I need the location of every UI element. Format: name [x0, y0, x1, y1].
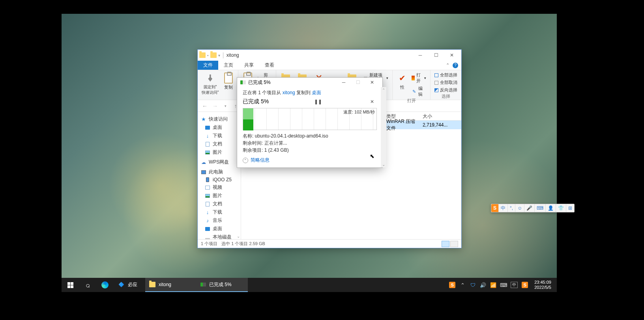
back-button[interactable]: ← [201, 102, 209, 110]
nav-downloads[interactable]: ↓下载 [198, 132, 241, 140]
cursor-icon: ⬉ [370, 153, 374, 159]
nav-this-pc[interactable]: 此电脑 [198, 168, 241, 176]
ime-skin-icon[interactable]: 👕 [556, 204, 566, 212]
ime-voice-icon[interactable]: 🎤 [524, 204, 535, 212]
pin-button[interactable]: 固定到" 快速访问" [201, 72, 220, 96]
cancel-button[interactable]: ✕ [367, 98, 377, 106]
item-count: 1 个项目 [201, 241, 217, 247]
tab-home[interactable]: 主页 [218, 61, 239, 70]
wifi-icon[interactable]: 📶 [490, 282, 496, 288]
dest-link[interactable]: 桌面 [312, 90, 321, 95]
edit-button[interactable]: ✎编辑 [411, 85, 427, 98]
close-button[interactable]: ✕ [365, 78, 379, 87]
select-invert-button[interactable]: 反向选择 [434, 87, 458, 93]
close-button[interactable]: ✕ [444, 50, 460, 61]
copy-details: 名称: ubuntu-20.04.1-desktop-amd64.iso 剩余时… [243, 132, 377, 154]
ime-emoji-icon[interactable]: ☺ [515, 204, 524, 212]
bing-icon: 🔷 [118, 281, 125, 288]
properties-button[interactable]: ✔性 [396, 72, 408, 91]
progress-icon [240, 80, 246, 84]
pause-button[interactable]: ❚❚ [313, 98, 323, 106]
speed-graph: 速度: 102 MB/秒 [243, 108, 377, 130]
tab-view[interactable]: 查看 [259, 61, 280, 70]
open-button[interactable]: 打开▾ [411, 72, 427, 84]
nav-quick-access[interactable]: ★快速访问 [198, 115, 241, 123]
minimize-button[interactable]: ─ [337, 78, 351, 87]
source-link[interactable]: xitong [283, 90, 295, 95]
progress-icon [200, 283, 206, 287]
copy-progress-dialog: 已完成 5% ─ ☐ ✕ 正在将 1 个项目从 xitong 复制到 桌面 已完… [237, 77, 383, 168]
scroll-down-icon[interactable]: ⌄ [237, 234, 240, 238]
ime-indicator[interactable]: 中 [511, 282, 518, 288]
maximize-button[interactable]: ☐ [351, 78, 365, 87]
help-icon[interactable]: ? [453, 63, 458, 68]
keyboard-icon[interactable]: ⌨ [500, 282, 507, 288]
tray-overflow-icon[interactable]: ⌃ [459, 282, 466, 288]
ime-toolbox-icon[interactable]: ⊞ [566, 204, 574, 212]
sogou-tray-icon[interactable]: S [449, 282, 455, 288]
copy-button[interactable]: 复制 [222, 72, 235, 91]
minimize-button[interactable]: ─ [412, 50, 428, 61]
nav-desktop2[interactable]: 桌面 [198, 225, 241, 233]
taskbar-bing[interactable]: 🔷必应 [114, 278, 145, 292]
volume-icon[interactable]: 🔊 [480, 282, 486, 288]
ime-keyboard-icon[interactable]: ⌨ [535, 204, 546, 212]
taskbar-copy-progress[interactable]: 已完成 5% [197, 278, 248, 292]
details-view-button[interactable] [442, 241, 449, 247]
edge-button[interactable] [96, 278, 114, 292]
nav-pictures2[interactable]: 图片 [198, 192, 241, 200]
forward-button[interactable]: → [211, 102, 219, 110]
chevron-up-icon: ⌃ [243, 158, 248, 163]
maximize-button[interactable]: ☐ [428, 50, 444, 61]
nav-desktop[interactable]: 桌面 [198, 123, 241, 132]
ime-toolbar[interactable]: S 中 °, ☺ 🎤 ⌨ 👤 👕 ⊞ [491, 204, 575, 212]
navigation-pane: ★快速访问 桌面 ↓下载 文档 图片 ☁WPS网盘 此电脑 iQOO Z5 视频… [198, 112, 241, 239]
col-size: 大小 [419, 112, 436, 120]
ime-punct-icon[interactable]: °, [508, 204, 515, 212]
nav-disk-c[interactable]: 本地磁盘 (C:) [198, 233, 241, 239]
nav-videos[interactable]: 视频 [198, 183, 241, 192]
ribbon-collapse-icon[interactable]: ⌃ [446, 63, 449, 68]
copy-titlebar[interactable]: 已完成 5% ─ ☐ ✕ [237, 78, 382, 87]
nav-wps[interactable]: ☁WPS网盘 [198, 158, 241, 166]
nav-phone[interactable]: iQOO Z5 [198, 176, 241, 183]
selection-info: 选中 1 个项目 2.59 GB [221, 241, 265, 247]
folder-icon [149, 282, 155, 287]
taskbar: 🔷必应 xitong 已完成 5% S ⌃ 🛡 🔊 📶 ⌨ 中 S 23:45:… [62, 278, 557, 292]
start-button[interactable] [62, 278, 79, 292]
select-none-button[interactable]: 全部取消 [434, 79, 458, 86]
status-bar: 1 个项目 选中 1 个项目 2.59 GB [198, 239, 461, 248]
nav-downloads2[interactable]: ↓下载 [198, 208, 241, 216]
window-title: xitong [227, 52, 239, 58]
sogou-tray-icon-2[interactable]: S [522, 282, 528, 288]
nav-documents[interactable]: 文档 [198, 140, 241, 148]
ribbon-tabs: 文件 主页 共享 查看 ⌃ ? [198, 61, 461, 70]
tab-file[interactable]: 文件 [198, 61, 218, 70]
speed-label: 速度: 102 MB/秒 [343, 109, 375, 115]
tab-share[interactable]: 共享 [239, 61, 259, 70]
dialog-scrollbar[interactable]: ⌃⌄ [381, 87, 386, 167]
taskbar-explorer[interactable]: xitong [145, 278, 197, 292]
select-all-button[interactable]: 全部选择 [434, 72, 458, 78]
ime-user-icon[interactable]: 👤 [546, 204, 556, 212]
ime-lang[interactable]: 中 [499, 204, 508, 212]
more-details-toggle[interactable]: ⌃ 简略信息 [243, 157, 377, 164]
search-button[interactable] [79, 278, 96, 292]
security-icon[interactable]: 🛡 [470, 282, 476, 288]
nav-documents2[interactable]: 文档 [198, 200, 241, 208]
system-tray: S ⌃ 🛡 🔊 📶 ⌨ 中 S 23:45:09 2022/5/5 [446, 278, 557, 292]
nav-music[interactable]: 音乐 [198, 216, 241, 225]
icons-view-button[interactable] [450, 241, 458, 247]
copy-status: 已完成 5% [243, 98, 269, 105]
nav-pictures[interactable]: 图片 [198, 148, 241, 156]
copy-title-text: 已完成 5% [248, 79, 271, 86]
explorer-titlebar[interactable]: ▪ ▾ | xitong ─ ☐ ✕ [198, 50, 461, 61]
copy-description: 正在将 1 个项目从 xitong 复制到 桌面 [243, 89, 377, 96]
folder-icon [210, 52, 217, 58]
sogou-icon[interactable]: S [491, 204, 499, 212]
folder-icon [199, 52, 206, 58]
clock[interactable]: 23:45:09 2022/5/5 [532, 280, 554, 290]
history-button[interactable]: ▾ [221, 102, 229, 110]
